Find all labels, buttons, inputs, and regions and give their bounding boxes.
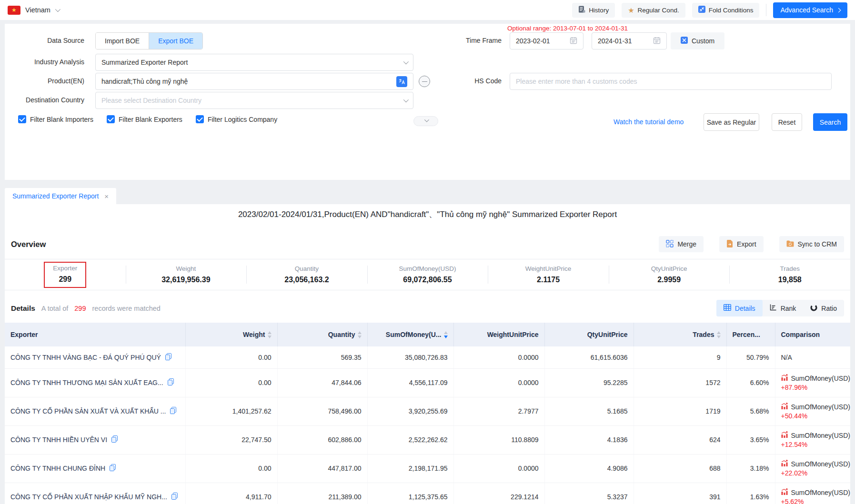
collapse-form-button[interactable] xyxy=(413,116,438,126)
cell-percent: 3.18% xyxy=(726,454,775,483)
table-row: CÔNG TY TNHH VÀNG BẠC - ĐÁ QUÝ PHÚ QUÝ0.… xyxy=(5,346,850,368)
copy-icon[interactable] xyxy=(170,407,176,415)
history-label: History xyxy=(589,7,609,14)
exporter-name[interactable]: CÔNG TY TNHH CHUNG ĐỈNH xyxy=(10,464,105,472)
stat-value: 32,619,956.39 xyxy=(161,276,210,284)
copy-icon[interactable] xyxy=(165,353,171,362)
view-details-label: Details xyxy=(735,305,755,312)
table-row: CÔNG TY CỔ PHẦN SẢN XUẤT VÀ XUẤT KHẨU ..… xyxy=(5,397,850,425)
search-button[interactable]: Search xyxy=(813,113,847,131)
save-as-regular-button[interactable]: Save as Regular xyxy=(704,113,759,131)
copy-icon[interactable] xyxy=(111,435,118,444)
stat-value: 23,056,163.2 xyxy=(284,276,329,284)
custom-range-button[interactable]: Custom xyxy=(671,32,724,49)
tab-label: Summarized Exporter Report xyxy=(12,192,99,200)
view-details-button[interactable]: Details xyxy=(716,300,763,316)
sync-to-crm-button[interactable]: Sync to CRM xyxy=(779,236,844,252)
table-header-row: ExporterWeightQuantitySumOfMoney(U...Wei… xyxy=(5,323,850,346)
cell-weight: 1,401,257.62 xyxy=(185,397,277,425)
filter-label: Filter Blank Exporters xyxy=(119,116,182,123)
product-en-input[interactable]: handicraft;Thủ công mỹ nghệ xyxy=(95,73,413,90)
view-ratio-button[interactable]: Ratio xyxy=(803,300,844,316)
exclude-match-button[interactable] xyxy=(419,76,430,87)
merge-button[interactable]: Merge xyxy=(659,236,704,252)
export-button[interactable]: Export xyxy=(719,236,763,252)
highlight-box: Exporter299 xyxy=(44,262,86,288)
history-icon xyxy=(578,6,585,14)
custom-icon xyxy=(681,37,688,45)
column-header-sumofmoney-u-[interactable]: SumOfMoney(U... xyxy=(367,323,453,346)
cell-weight-unit-price: 0.0000 xyxy=(453,346,544,368)
reset-button[interactable]: Reset xyxy=(772,113,802,131)
sort-arrows-icon[interactable] xyxy=(717,331,721,338)
copy-icon[interactable] xyxy=(171,493,178,501)
comparison-change: +87.96% xyxy=(781,383,845,392)
sort-arrows-icon[interactable] xyxy=(444,331,448,338)
exporter-name[interactable]: CÔNG TY CỔ PHẦN XUẤT NHẬP KHẨU MỸ NGH... xyxy=(10,493,167,501)
overview-heading: Overview xyxy=(11,240,46,249)
fold-conditions-button[interactable]: Fold Conditions xyxy=(692,3,760,18)
industry-analysis-select[interactable]: Summarized Exporter Report xyxy=(95,54,413,71)
destination-country-label: Destination Country xyxy=(5,92,84,108)
rank-icon xyxy=(770,304,777,312)
exporter-name[interactable]: CÔNG TY CỔ PHẦN SẢN XUẤT VÀ XUẤT KHẨU ..… xyxy=(10,407,166,415)
cell-weight: 22,747.50 xyxy=(185,425,277,454)
destination-country-select[interactable]: Please select Destination Country xyxy=(95,92,413,109)
cell-quantity: 602,886.00 xyxy=(277,425,367,454)
cell-comparison: SumOfMoney(USD)+50.44% xyxy=(775,397,850,425)
product-en-label: Product(EN) xyxy=(5,73,84,89)
cell-comparison: SumOfMoney(USD)+5.62% xyxy=(775,483,850,504)
export-label: Export xyxy=(737,240,756,248)
comparison-metric: SumOfMoney(USD) xyxy=(791,374,850,383)
cell-exporter: CÔNG TY TNHH THƯƠNG MẠI SẢN XUẤT EAG... xyxy=(5,368,185,397)
cell-weight-unit-price: 0.0000 xyxy=(453,454,544,483)
filter-checkbox[interactable]: Filter Blank Importers xyxy=(18,115,93,123)
country-selector[interactable]: ★ Vietnam xyxy=(8,6,59,15)
exporter-name[interactable]: CÔNG TY TNHH VÀNG BẠC - ĐÁ QUÝ PHÚ QUÝ xyxy=(10,354,161,361)
history-button[interactable]: History xyxy=(572,3,615,18)
end-date-input[interactable]: 2024-01-31 xyxy=(592,32,667,49)
start-date-input[interactable]: 2023-02-01 xyxy=(510,32,583,49)
tab-summarized-exporter-report[interactable]: Summarized Exporter Report × xyxy=(5,188,116,204)
column-header-trades[interactable]: Trades xyxy=(634,323,726,346)
view-ratio-label: Ratio xyxy=(821,305,837,312)
import-boe-button[interactable]: Import BOE xyxy=(96,33,149,49)
advanced-search-button[interactable]: Advanced Search xyxy=(773,2,847,18)
column-header-weightunitprice: WeightUnitPrice xyxy=(453,323,544,346)
cell-quantity: 758,496.00 xyxy=(277,397,367,425)
export-boe-button[interactable]: Export BOE xyxy=(149,33,202,49)
checkbox-checked-icon xyxy=(107,115,115,123)
fold-conditions-icon xyxy=(698,6,705,14)
filter-checkbox[interactable]: Filter Blank Exporters xyxy=(107,115,182,123)
column-label: QtyUnitPrice xyxy=(587,331,628,338)
cell-qty-unit-price: 95.2285 xyxy=(544,368,634,397)
trend-up-icon xyxy=(781,488,788,497)
filter-checkboxes: Filter Blank ImportersFilter Blank Expor… xyxy=(18,115,277,123)
sort-arrows-icon[interactable] xyxy=(268,331,272,338)
column-header-weight[interactable]: Weight xyxy=(185,323,277,346)
column-header-quantity[interactable]: Quantity xyxy=(277,323,367,346)
column-label: Weight xyxy=(243,331,265,338)
trend-up-icon xyxy=(781,431,788,440)
tutorial-link[interactable]: Watch the tutorial demo xyxy=(614,113,684,130)
hs-code-input[interactable]: Please enter more than 4 customs codes xyxy=(510,73,832,90)
exporter-name[interactable]: CÔNG TY TNHH HIỀN UYÊN VI xyxy=(10,436,107,444)
stat-weight: Weight32,619,956.39 xyxy=(126,259,247,290)
merge-label: Merge xyxy=(677,240,696,248)
close-icon[interactable]: × xyxy=(104,192,109,200)
exporter-name[interactable]: CÔNG TY TNHH THƯƠNG MẠI SẢN XUẤT EAG... xyxy=(10,379,163,386)
translate-button[interactable] xyxy=(396,76,407,87)
copy-icon[interactable] xyxy=(168,378,174,387)
cell-quantity: 569.35 xyxy=(277,346,367,368)
sync-to-crm-label: Sync to CRM xyxy=(798,240,837,248)
cell-trades: 624 xyxy=(634,425,726,454)
sort-arrows-icon[interactable] xyxy=(358,331,362,338)
cell-weight-unit-price: 229.1214 xyxy=(453,483,544,504)
regular-cond-button[interactable]: ★ Regular Cond. xyxy=(622,3,685,18)
view-rank-button[interactable]: Rank xyxy=(763,300,804,316)
cell-comparison: SumOfMoney(USD)+22.02% xyxy=(775,454,850,483)
translate-icon xyxy=(396,76,407,87)
filter-checkbox[interactable]: Filter Logitics Company xyxy=(196,115,277,123)
copy-icon[interactable] xyxy=(110,464,116,473)
export-icon xyxy=(726,240,733,249)
